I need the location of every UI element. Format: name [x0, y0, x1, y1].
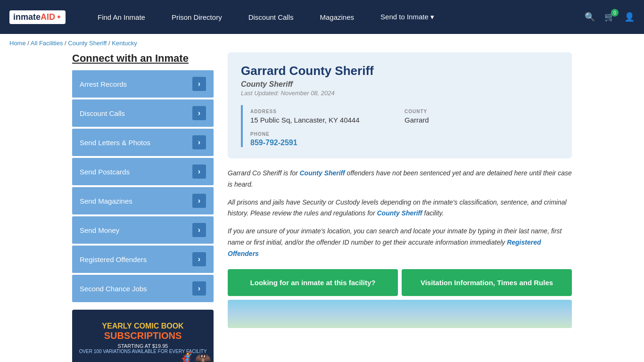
sidebar-btn-registered-offenders[interactable]: Registered Offenders ›: [72, 246, 214, 273]
county-sheriff-link-1[interactable]: County Sheriff: [300, 169, 345, 177]
county-value: Garrard: [405, 116, 553, 124]
main-layout: Connect with an Inmate Arrest Records › …: [63, 52, 581, 362]
user-icon[interactable]: 👤: [624, 12, 635, 22]
visitation-info-cta-button[interactable]: Visitation Information, Times and Rules: [402, 269, 572, 296]
sidebar-btn-send-postcards[interactable]: Send Postcards ›: [72, 158, 214, 185]
chevron-right-icon: ›: [192, 77, 206, 91]
chevron-right-icon: ›: [192, 194, 206, 208]
cart-badge: 0: [611, 9, 619, 16]
nav-prison-directory[interactable]: Prison Directory: [158, 0, 235, 34]
navbar: inmate AID ✦ Find An Inmate Prison Direc…: [0, 0, 644, 34]
sidebar-btn-discount-calls[interactable]: Discount Calls ›: [72, 99, 214, 127]
breadcrumb: Home / All Facilities / County Sheriff /…: [0, 34, 644, 52]
sidebar-btn-label: Send Magazines: [80, 197, 132, 205]
facility-last-updated: Last Updated: November 08, 2024: [241, 90, 559, 97]
chevron-right-icon: ›: [192, 252, 206, 266]
registered-offenders-link[interactable]: Registered Offenders: [228, 239, 541, 257]
county-sheriff-link-2[interactable]: County Sheriff: [377, 209, 422, 217]
phone-label: PHONE: [250, 132, 559, 137]
facility-card: Garrard County Sheriff County Sheriff La…: [228, 52, 572, 158]
ad-banner[interactable]: YEARLY COMIC BOOK SUBSCRIPTIONS STARTING…: [72, 310, 214, 362]
phone-row: PHONE 859-792-2591: [241, 128, 559, 147]
desc-para-3: If you are unsure of your inmate's locat…: [228, 226, 572, 259]
address-cell: ADDRESS 15 Public Sq, Lancaster, KY 4044…: [250, 105, 405, 128]
chevron-right-icon: ›: [192, 165, 206, 179]
sidebar-btn-label: Registered Offenders: [80, 255, 147, 263]
sidebar-btn-label: Arrest Records: [80, 80, 127, 88]
nav-find-inmate[interactable]: Find An Inmate: [84, 0, 158, 34]
breadcrumb-home[interactable]: Home: [9, 40, 26, 47]
ad-title-line1: YEARLY COMIC BOOK: [102, 322, 183, 330]
cart-icon[interactable]: 🛒 0: [604, 12, 615, 22]
main-content: Garrard County Sheriff County Sheriff La…: [228, 52, 572, 362]
logo-text-inmate: inmate: [13, 12, 41, 22]
search-icon[interactable]: 🔍: [585, 12, 595, 22]
county-cell: COUNTY Garrard: [405, 105, 559, 128]
sidebar-btn-label: Send Letters & Photos: [80, 139, 150, 147]
sidebar-btn-send-letters[interactable]: Send Letters & Photos ›: [72, 129, 214, 156]
facility-name: Garrard County Sheriff: [241, 64, 559, 78]
breadcrumb-county-sheriff[interactable]: County Sheriff: [68, 40, 107, 47]
sidebar-btn-label: Send Money: [80, 226, 119, 234]
chevron-right-icon: ›: [192, 106, 206, 120]
sidebar-btn-label: Discount Calls: [80, 109, 125, 117]
ad-price: STARTING AT $19.95: [118, 343, 168, 349]
sidebar-btn-arrest-records[interactable]: Arrest Records ›: [72, 70, 214, 98]
breadcrumb-all-facilities[interactable]: All Facilities: [31, 40, 63, 47]
county-label: COUNTY: [405, 109, 553, 114]
facility-type: County Sheriff: [241, 80, 559, 89]
logo-text-aid: AID: [41, 12, 55, 22]
ad-title-line2: SUBSCRIPTIONS: [104, 330, 182, 341]
breadcrumb-kentucky[interactable]: Kentucky: [112, 40, 137, 47]
chevron-right-icon: ›: [192, 223, 206, 237]
phone-value: 859-792-2591: [250, 139, 559, 147]
address-label: ADDRESS: [250, 109, 399, 114]
ad-heroes-icon: 🦸🦇: [178, 351, 211, 362]
nav-send-to-inmate[interactable]: Send to Inmate ▾: [367, 0, 447, 34]
sidebar-btn-second-chance-jobs[interactable]: Second Chance Jobs ›: [72, 275, 214, 302]
sidebar-btn-send-money[interactable]: Send Money ›: [72, 216, 214, 244]
nav-discount-calls[interactable]: Discount Calls: [235, 0, 307, 34]
cta-buttons: Looking for an inmate at this facility? …: [228, 269, 572, 296]
chevron-right-icon: ›: [192, 135, 206, 149]
logo[interactable]: inmate AID ✦: [9, 10, 66, 24]
facility-description: Garrard Co Sheriff is for County Sheriff…: [228, 168, 572, 260]
find-inmate-cta-button[interactable]: Looking for an inmate at this facility?: [228, 269, 398, 296]
facility-image-strip: [228, 300, 572, 328]
navbar-icons: 🔍 🛒 0 👤: [585, 12, 635, 22]
nav-links: Find An Inmate Prison Directory Discount…: [84, 0, 585, 34]
sidebar-btn-send-magazines[interactable]: Send Magazines ›: [72, 187, 214, 214]
sidebar: Connect with an Inmate Arrest Records › …: [72, 52, 214, 362]
address-value: 15 Public Sq, Lancaster, KY 40444: [250, 116, 399, 124]
sidebar-btn-label: Send Postcards: [80, 168, 130, 176]
sidebar-btn-label: Second Chance Jobs: [80, 285, 147, 293]
desc-para-2: All prisons and jails have Security or C…: [228, 197, 572, 220]
nav-magazines[interactable]: Magazines: [307, 0, 368, 34]
desc-para-1: Garrard Co Sheriff is for County Sheriff…: [228, 168, 572, 190]
facility-info-grid: ADDRESS 15 Public Sq, Lancaster, KY 4044…: [241, 105, 559, 128]
chevron-right-icon: ›: [192, 281, 206, 296]
logo-bird-icon: ✦: [56, 13, 62, 21]
sidebar-title: Connect with an Inmate: [72, 52, 214, 65]
